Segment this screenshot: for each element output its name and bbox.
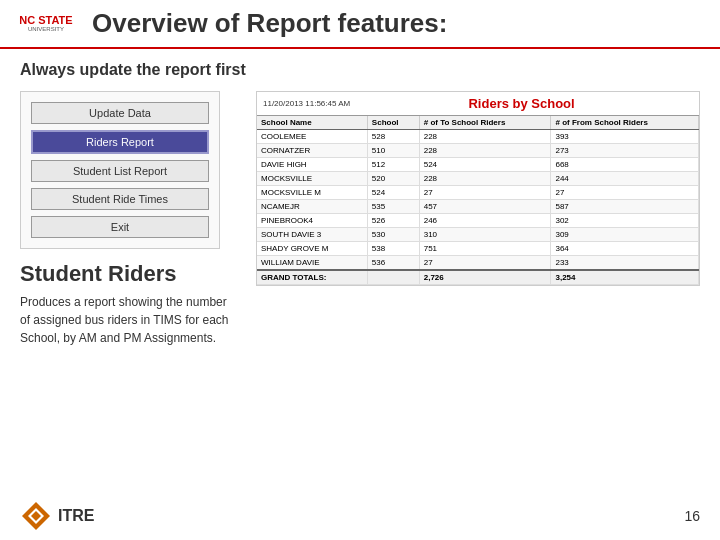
table-row: CORNATZER510228273 <box>257 144 699 158</box>
col-from-riders: # of From School Riders <box>551 116 699 130</box>
grand-totals-cell <box>367 270 419 285</box>
header: NC STATE UNIVERSITY Overview of Report f… <box>0 0 720 49</box>
table-cell: 524 <box>367 186 419 200</box>
table-row: COOLEMEE528228393 <box>257 130 699 144</box>
table-cell: 393 <box>551 130 699 144</box>
logo-nc: NC STATE <box>19 15 72 26</box>
menu-btn-exit[interactable]: Exit <box>31 216 209 238</box>
section-title: Student Riders <box>20 261 240 287</box>
table-row: NCAMEJR535457587 <box>257 200 699 214</box>
table-cell: 528 <box>367 130 419 144</box>
table-cell: MOCKSVILLE M <box>257 186 367 200</box>
table-cell: PINEBROOK4 <box>257 214 367 228</box>
page-number: 16 <box>684 508 700 524</box>
table-cell: 510 <box>367 144 419 158</box>
table-row: MOCKSVILLE520228244 <box>257 172 699 186</box>
table-cell: 520 <box>367 172 419 186</box>
table-cell: CORNATZER <box>257 144 367 158</box>
menu-btn-student-list[interactable]: Student List Report <box>31 160 209 182</box>
table-cell: 364 <box>551 242 699 256</box>
table-cell: 535 <box>367 200 419 214</box>
table-cell: 668 <box>551 158 699 172</box>
table-cell: WILLIAM DAVIE <box>257 256 367 271</box>
menu-mockup: Update Data Riders Report Student List R… <box>20 91 220 249</box>
table-cell: 309 <box>551 228 699 242</box>
grand-totals-label: GRAND TOTALS: <box>257 270 367 285</box>
table-cell: SOUTH DAVIE 3 <box>257 228 367 242</box>
table-cell: DAVIE HIGH <box>257 158 367 172</box>
subtitle: Always update the report first <box>20 61 700 79</box>
col-school-name: School Name <box>257 116 367 130</box>
table-cell: 538 <box>367 242 419 256</box>
report-timestamp: 11/20/2013 11:56:45 AM <box>263 99 350 108</box>
table-cell: 228 <box>419 130 551 144</box>
report-header-row: 11/20/2013 11:56:45 AM Riders by School <box>257 92 699 116</box>
logo-university: UNIVERSITY <box>28 26 64 32</box>
itre-diamond-icon <box>20 500 52 532</box>
menu-btn-riders[interactable]: Riders Report <box>31 130 209 154</box>
report-title: Riders by School <box>350 96 693 111</box>
table-cell: 751 <box>419 242 551 256</box>
nc-state-logo: NC STATE UNIVERSITY <box>16 15 76 32</box>
table-cell: 244 <box>551 172 699 186</box>
table-row: SOUTH DAVIE 3530310309 <box>257 228 699 242</box>
table-cell: 587 <box>551 200 699 214</box>
table-cell: 246 <box>419 214 551 228</box>
itre-logo: ITRE <box>20 500 94 532</box>
table-cell: 310 <box>419 228 551 242</box>
col-school: School <box>367 116 419 130</box>
table-header-row: School Name School # of To School Riders… <box>257 116 699 130</box>
report-container: 11/20/2013 11:56:45 AM Riders by School … <box>256 91 700 286</box>
table-cell: MOCKSVILLE <box>257 172 367 186</box>
table-cell: 524 <box>419 158 551 172</box>
section-description: Produces a report showing the number of … <box>20 293 240 347</box>
grand-totals-row: GRAND TOTALS:2,7263,254 <box>257 270 699 285</box>
table-row: SHADY GROVE M538751364 <box>257 242 699 256</box>
table-cell: 233 <box>551 256 699 271</box>
table-cell: 27 <box>419 256 551 271</box>
main-content: Always update the report first Update Da… <box>0 49 720 359</box>
table-cell: 302 <box>551 214 699 228</box>
col-to-riders: # of To School Riders <box>419 116 551 130</box>
menu-btn-update[interactable]: Update Data <box>31 102 209 124</box>
table-row: DAVIE HIGH512524668 <box>257 158 699 172</box>
menu-btn-ride-times[interactable]: Student Ride Times <box>31 188 209 210</box>
table-cell: COOLEMEE <box>257 130 367 144</box>
table-cell: 27 <box>419 186 551 200</box>
table-cell: 27 <box>551 186 699 200</box>
table-cell: NCAMEJR <box>257 200 367 214</box>
table-cell: 530 <box>367 228 419 242</box>
table-cell: SHADY GROVE M <box>257 242 367 256</box>
table-cell: 228 <box>419 172 551 186</box>
grand-totals-cell: 3,254 <box>551 270 699 285</box>
page-title: Overview of Report features: <box>92 8 447 39</box>
left-panel: Update Data Riders Report Student List R… <box>20 91 240 347</box>
table-cell: 512 <box>367 158 419 172</box>
table-row: MOCKSVILLE M5242727 <box>257 186 699 200</box>
right-panel: 11/20/2013 11:56:45 AM Riders by School … <box>256 91 700 347</box>
table-cell: 536 <box>367 256 419 271</box>
footer: ITRE 16 <box>0 500 720 532</box>
grand-totals-cell: 2,726 <box>419 270 551 285</box>
content-row: Update Data Riders Report Student List R… <box>20 91 700 347</box>
report-table: School Name School # of To School Riders… <box>257 116 699 285</box>
table-cell: 273 <box>551 144 699 158</box>
table-row: PINEBROOK4526246302 <box>257 214 699 228</box>
itre-text: ITRE <box>58 507 94 525</box>
table-row: WILLIAM DAVIE53627233 <box>257 256 699 271</box>
table-cell: 526 <box>367 214 419 228</box>
table-cell: 228 <box>419 144 551 158</box>
table-cell: 457 <box>419 200 551 214</box>
